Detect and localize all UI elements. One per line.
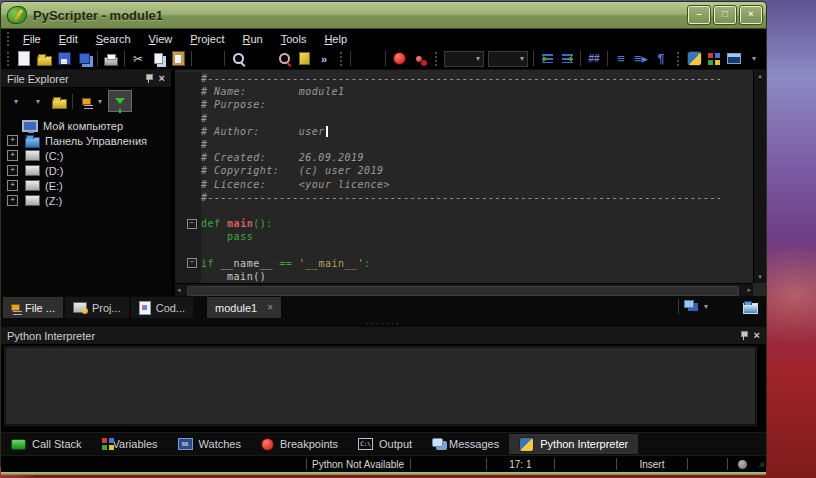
maximize-button[interactable]: □ — [714, 6, 736, 24]
code-line[interactable]: pass — [175, 230, 753, 243]
fold-collapse-icon[interactable]: − — [187, 219, 197, 229]
paste-button[interactable] — [168, 50, 188, 68]
print-button[interactable] — [101, 50, 121, 68]
layout-window-button[interactable] — [724, 50, 744, 68]
code-editor[interactable]: #---------------------------------------… — [175, 70, 766, 296]
tree-item-Панель Управления[interactable]: +Панель Управления — [7, 133, 171, 148]
menu-tools[interactable]: Tools — [272, 31, 316, 47]
explorer-view-dropdown[interactable]: ▾ — [96, 97, 104, 106]
menu-help[interactable]: Help — [315, 31, 356, 47]
expand-toggle[interactable]: + — [7, 165, 18, 176]
editor-vertical-scrollbar[interactable]: ▴ ▾ — [753, 70, 766, 283]
menu-view[interactable]: View — [140, 31, 182, 47]
comment-code-button[interactable]: ## — [584, 50, 604, 68]
dock-tab-proj[interactable]: Proj... — [65, 297, 129, 318]
panel-close-icon[interactable]: × — [754, 330, 760, 341]
dock-tab-file[interactable]: File ... — [3, 297, 63, 318]
code-line[interactable]: # — [175, 112, 753, 125]
menu-file[interactable]: File — [14, 31, 50, 47]
tab-output[interactable]: C:\Output — [348, 434, 422, 454]
code-line[interactable]: # Author: user — [175, 125, 753, 138]
show-whitespace-button[interactable]: ¶ — [651, 50, 671, 68]
bookmark-button[interactable] — [294, 50, 314, 68]
save-all-button[interactable] — [74, 50, 94, 68]
window-list-dropdown[interactable]: ▾ — [702, 302, 710, 311]
hscroll-thumb[interactable] — [187, 286, 739, 296]
resize-grip[interactable]: .ıl — [758, 460, 764, 469]
menu-edit[interactable]: Edit — [50, 31, 87, 47]
editor-horizontal-scrollbar[interactable]: ◂ ▸ — [175, 283, 753, 296]
scroll-right-icon[interactable]: ▸ — [747, 286, 751, 294]
expand-toggle[interactable]: + — [7, 180, 18, 191]
dedent-button[interactable] — [557, 50, 577, 68]
explorer-forward-dropdown[interactable]: ▾ — [27, 97, 49, 106]
expand-toggle[interactable]: + — [7, 135, 18, 146]
run-configuration-combobox[interactable]: ▾ — [444, 51, 484, 67]
tab-breakpoints[interactable]: Breakpoints — [251, 434, 348, 454]
tab-call-stack[interactable]: Call Stack — [1, 434, 92, 454]
scroll-up-icon[interactable]: ▴ — [758, 72, 762, 80]
code-line[interactable] — [175, 243, 753, 256]
toolbar-grip[interactable] — [338, 52, 343, 66]
open-file-button[interactable] — [34, 50, 54, 68]
window-list-button[interactable] — [682, 297, 702, 315]
pin-icon[interactable] — [740, 330, 748, 341]
code-line[interactable]: # Purpose: — [175, 98, 753, 111]
code-line[interactable]: # — [175, 138, 753, 151]
menu-run[interactable]: Run — [234, 31, 272, 47]
tree-item-(D:)[interactable]: +(D:) — [7, 163, 171, 178]
code-area[interactable]: #---------------------------------------… — [175, 70, 753, 283]
title-bar[interactable]: PyScripter - module1 – □ × — [1, 2, 766, 29]
dock-tab-cod[interactable]: Cod... — [131, 297, 193, 318]
tab-messages[interactable]: Messages — [422, 434, 509, 454]
layout-dropdown-chevron[interactable]: ▾ — [744, 50, 764, 68]
toolbar-grip[interactable] — [433, 52, 438, 66]
code-line[interactable]: # Copyright: (c) user 2019 — [175, 164, 753, 177]
tree-item-(E:)[interactable]: +(E:) — [7, 178, 171, 193]
tree-item-(Z:)[interactable]: +(Z:) — [7, 193, 171, 208]
run-breakpoint-button[interactable] — [389, 50, 409, 68]
code-line[interactable]: main() — [175, 270, 753, 283]
tab-variables[interactable]: Variables — [92, 434, 168, 454]
search-button[interactable] — [228, 50, 248, 68]
menu-search[interactable]: Search — [87, 31, 140, 47]
explorer-back-dropdown[interactable]: ▾ — [5, 97, 27, 106]
pin-icon[interactable] — [145, 73, 153, 84]
goto-definition-button[interactable]: ≡▸ — [631, 50, 651, 68]
tab-close-icon[interactable]: × — [267, 302, 273, 313]
panel-close-icon[interactable]: × — [159, 73, 165, 84]
code-line[interactable]: −if __name__ == '__main__': — [175, 257, 753, 270]
python-engine-button[interactable] — [684, 50, 704, 68]
minimize-button[interactable]: – — [688, 6, 710, 24]
close-button[interactable]: × — [740, 6, 762, 24]
scroll-down-icon[interactable]: ▾ — [758, 273, 762, 281]
toolbar-grip[interactable] — [5, 52, 10, 66]
expand-toggle[interactable]: + — [7, 150, 18, 161]
todo-list-button[interactable]: ≡ — [611, 50, 631, 68]
scroll-left-icon[interactable]: ◂ — [177, 286, 181, 294]
indent-button[interactable] — [537, 50, 557, 68]
code-line[interactable]: # Created: 26.09.2019 — [175, 151, 753, 164]
cut-button[interactable]: ✂ — [128, 50, 148, 68]
copy-button[interactable] — [148, 50, 168, 68]
editor-tab-module1[interactable]: module1 × — [207, 297, 281, 318]
tab-watches[interactable]: 66Watches — [168, 434, 251, 454]
recent-files-button[interactable] — [740, 297, 760, 315]
explorer-view-button[interactable] — [76, 92, 96, 110]
search-in-files-button[interactable] — [274, 50, 294, 68]
tree-item-(C:)[interactable]: +(C:) — [7, 148, 171, 163]
fold-collapse-icon[interactable]: − — [187, 258, 197, 268]
toolbar-grip[interactable] — [675, 52, 680, 66]
expand-toggle[interactable]: + — [7, 195, 18, 206]
code-line[interactable]: −def main(): — [175, 217, 753, 230]
menu-project[interactable]: Project — [181, 31, 233, 47]
explorer-open-button[interactable] — [49, 92, 69, 110]
interpreter-console[interactable] — [5, 347, 756, 425]
tree-item-Мой компьютер[interactable]: Мой компьютер — [7, 118, 171, 133]
explorer-filter-button[interactable] — [108, 90, 132, 112]
ide-options-button[interactable] — [704, 50, 724, 68]
code-line[interactable]: # Licence: <your licence> — [175, 178, 753, 191]
interpreter-combobox[interactable]: ▾ — [488, 51, 528, 67]
code-line[interactable]: #---------------------------------------… — [175, 191, 753, 204]
new-file-button[interactable] — [14, 50, 34, 68]
